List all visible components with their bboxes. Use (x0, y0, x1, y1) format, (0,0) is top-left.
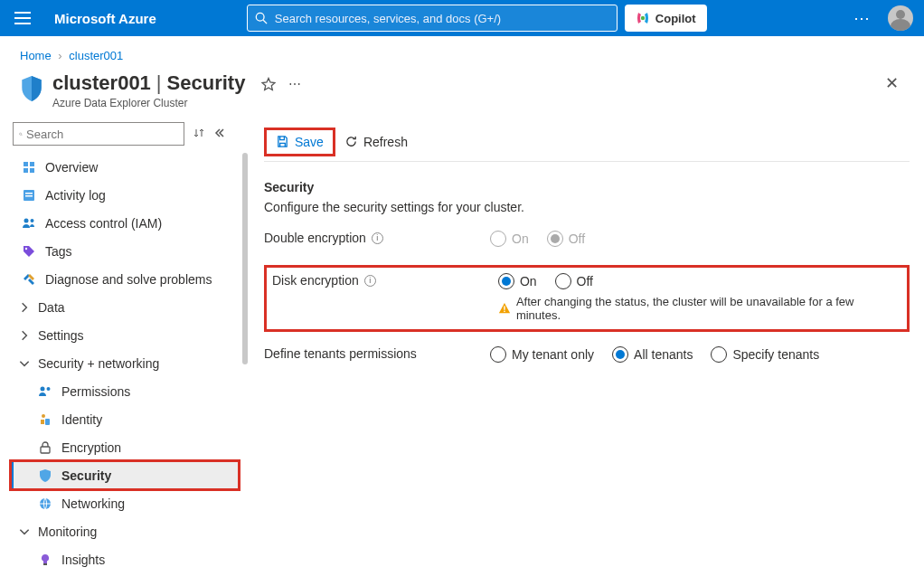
global-search-input[interactable] (275, 12, 609, 25)
sidebar-item-settings[interactable]: Settings (11, 321, 239, 349)
menu-icon[interactable] (14, 12, 31, 24)
sidebar-group-security-networking[interactable]: Security + networking (11, 349, 239, 377)
sidebar-label-security: Security (61, 468, 111, 483)
disk-encryption-label: Disk encryption (272, 273, 359, 288)
sidebar-group-monitoring[interactable]: Monitoring (11, 517, 239, 545)
sidebar-item-insights[interactable]: Insights (11, 545, 239, 573)
svg-rect-20 (504, 311, 504, 312)
double-encryption-label: Double encryption (264, 231, 366, 245)
star-icon[interactable] (261, 77, 276, 91)
disk-enc-warning-text: After changing the status, the cluster w… (516, 295, 901, 322)
content-pane: Save Refresh Security Configure the secu… (239, 122, 924, 573)
radio-label-my-tenant: My tenant only (512, 347, 594, 362)
copilot-icon (636, 11, 650, 25)
sidebar-label-networking: Networking (61, 496, 125, 511)
breadcrumb-current[interactable]: cluster001 (69, 49, 123, 62)
save-label: Save (295, 135, 324, 149)
brand-label: Microsoft Azure (54, 11, 156, 26)
sidebar-label-sec-net: Security + networking (38, 356, 159, 371)
warning-icon (498, 302, 511, 315)
sidebar-search-input[interactable] (26, 128, 178, 141)
permissions-icon (38, 384, 52, 399)
tenants-my-radio[interactable]: My tenant only (490, 346, 594, 363)
sidebar-label-permissions: Permissions (61, 384, 130, 399)
identity-icon (38, 412, 52, 427)
save-button[interactable]: Save (264, 128, 335, 156)
svg-rect-15 (41, 420, 44, 424)
sidebar-label-encryption: Encryption (61, 440, 121, 455)
search-icon (19, 128, 23, 140)
sidebar-item-diagnose[interactable]: Diagnose and solve problems (11, 265, 239, 293)
sidebar-label-diagnose: Diagnose and solve problems (45, 272, 212, 287)
iam-icon (22, 216, 36, 231)
sidebar-item-iam[interactable]: Access control (IAM) (11, 209, 239, 237)
sidebar-label-data: Data (38, 300, 65, 315)
svg-point-11 (41, 386, 45, 391)
svg-rect-18 (43, 563, 47, 565)
refresh-icon (344, 135, 358, 148)
info-icon[interactable]: i (372, 232, 383, 244)
setting-disk-encryption: Disk encryption i On Off After cha (272, 273, 901, 322)
tag-icon (22, 244, 36, 259)
svg-rect-16 (41, 447, 50, 453)
disk-encryption-highlight: Disk encryption i On Off After cha (264, 265, 910, 332)
disk-enc-off-radio[interactable]: Off (555, 273, 593, 289)
sidebar-item-networking[interactable]: Networking (11, 489, 239, 517)
collapse-icon[interactable] (213, 128, 224, 141)
global-search[interactable] (247, 5, 618, 32)
chevron-right-icon (18, 301, 31, 314)
diagnose-icon (22, 272, 36, 287)
lock-icon (38, 440, 52, 455)
section-title: Security (264, 180, 910, 194)
sidebar-item-overview[interactable]: Overview (11, 153, 239, 181)
sidebar-item-data[interactable]: Data (11, 293, 239, 321)
svg-line-1 (263, 20, 267, 24)
sidebar: Overview Activity log Access control (IA… (11, 122, 239, 573)
svg-rect-14 (45, 419, 50, 425)
overview-icon (22, 160, 36, 175)
copilot-button[interactable]: Copilot (625, 5, 707, 32)
top-bar: Microsoft Azure Copilot ⋯ (0, 0, 924, 36)
title-page: Security (167, 71, 246, 95)
svg-point-8 (24, 218, 29, 222)
sidebar-label-activity-log: Activity log (45, 188, 106, 203)
close-icon[interactable]: ✕ (880, 71, 904, 95)
more-icon[interactable]: ⋯ (853, 8, 872, 28)
disk-enc-warning: After changing the status, the cluster w… (498, 295, 901, 322)
sort-button[interactable] (193, 128, 204, 141)
breadcrumb-home[interactable]: Home (20, 49, 52, 62)
log-icon (22, 188, 36, 203)
radio-label-off: Off (569, 232, 585, 246)
sidebar-label-insights: Insights (61, 553, 105, 567)
sidebar-item-identity[interactable]: Identity (11, 405, 239, 433)
info-icon[interactable]: i (364, 275, 376, 287)
svg-rect-6 (25, 193, 33, 194)
tenants-specify-radio[interactable]: Specify tenants (711, 346, 819, 363)
sidebar-item-security[interactable]: Security (11, 461, 239, 489)
disk-enc-on-radio[interactable]: On (498, 273, 537, 289)
setting-double-encryption: Double encryption i On Off (264, 231, 910, 265)
page-header: cluster001 | Security Azure Data Explore… (0, 71, 924, 122)
scrollbar[interactable] (242, 153, 248, 364)
sidebar-label-tags: Tags (45, 244, 72, 259)
sidebar-item-permissions[interactable]: Permissions (11, 377, 239, 405)
sidebar-item-tags[interactable]: Tags (11, 237, 239, 265)
section-description: Configure the security settings for your… (264, 200, 910, 214)
sidebar-label-monitoring: Monitoring (38, 525, 97, 539)
tenants-all-radio[interactable]: All tenants (612, 346, 693, 363)
sidebar-item-activity-log[interactable]: Activity log (11, 181, 239, 209)
svg-point-3 (20, 133, 22, 135)
user-avatar[interactable] (888, 5, 913, 31)
svg-point-9 (31, 219, 34, 222)
double-enc-on-radio: On (490, 231, 529, 247)
sidebar-search[interactable] (13, 122, 184, 146)
sidebar-item-encryption[interactable]: Encryption (11, 433, 239, 461)
sidebar-label-overview: Overview (45, 160, 98, 175)
tenants-label: Define tenants permissions (264, 346, 417, 361)
toolbar: Save Refresh (264, 122, 910, 162)
refresh-button[interactable]: Refresh (344, 135, 408, 149)
page-title: cluster001 | Security (52, 71, 245, 95)
sidebar-label-settings: Settings (38, 328, 84, 343)
shield-icon (20, 75, 43, 102)
more-dots-icon[interactable]: ⋯ (288, 77, 302, 91)
